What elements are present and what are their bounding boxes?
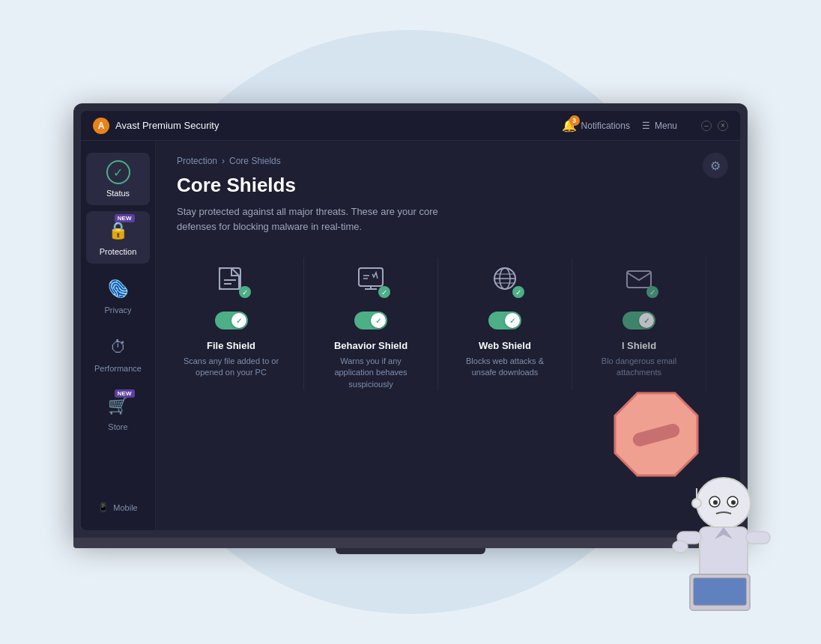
behavior-shield-toggle[interactable]: ✓ [354,312,387,329]
mobile-icon: 📱 [98,502,109,512]
svg-rect-3 [359,268,383,286]
behavior-shield-check: ✓ [378,286,390,298]
file-shield-toggle[interactable]: ✓ [215,312,248,329]
page-description: Stay protected against all major threats… [177,204,461,234]
shield-card-mail: ✓ ✓ l Shield Blo dangerous email attachm… [572,258,706,390]
web-shield-toggle[interactable]: ✓ [488,312,521,329]
title-bar-right: 🔔 3 Notifications ☰ Menu – [562,118,728,133]
svg-rect-23 [700,527,748,580]
minimize-button[interactable]: – [701,121,712,131]
menu-button[interactable]: ☰ Menu [642,121,677,131]
new-badge-protection: NEW [115,214,135,222]
breadcrumb: Protection › Core Shields [177,156,719,166]
svg-point-16 [697,478,751,529]
performance-icon: ⏱ [106,335,130,359]
svg-point-27 [673,541,688,553]
breadcrumb-parent: Protection [177,156,217,166]
sidebar-label-status: Status [106,189,130,198]
bell-icon: 🔔 3 [562,118,577,133]
sidebar-label-performance: Performance [94,364,142,373]
notification-badge: 3 [569,115,580,126]
app-title: Avast Premium Security [115,120,562,131]
svg-point-20 [731,500,736,505]
status-icon: ✓ [106,160,130,184]
mobile-button[interactable]: 📱 Mobile [92,496,143,518]
behavior-shield-desc: Warns you if any application behaves sus… [322,356,419,390]
shield-card-file: ✓ ✓ File Shield Scans any file added to … [177,258,304,390]
mobile-label: Mobile [113,503,137,512]
app-logo: A [93,118,109,134]
sidebar: ✓ Status NEW 🔒 Protection [81,141,156,530]
svg-rect-26 [746,532,770,544]
web-shield-desc: Blocks web attacks & unsafe downloads [456,356,554,379]
shields-grid: ✓ ✓ File Shield Scans any file added to … [177,258,719,390]
sidebar-item-status[interactable]: ✓ Status [86,153,150,205]
svg-rect-0 [219,268,240,289]
hamburger-icon: ☰ [642,121,650,131]
file-shield-desc: Scans any file added to or opened on you… [183,356,280,379]
file-shield-icon: ✓ [210,258,252,300]
settings-button[interactable]: ⚙ [703,153,728,178]
sidebar-item-performance[interactable]: ⏱ Performance [86,328,150,380]
protection-icon: NEW 🔒 [106,219,130,243]
laptop-wrapper: A Avast Premium Security 🔔 3 Notificatio… [73,103,748,548]
sidebar-bottom: 📱 Mobile [92,496,143,518]
notifications-button[interactable]: 🔔 3 Notifications [562,118,630,133]
mail-shield-icon: ✓ [618,258,660,300]
mail-shield-toggle-knob: ✓ [639,313,654,328]
sidebar-item-protection[interactable]: NEW 🔒 Protection [86,211,150,264]
file-shield-check: ✓ [239,286,251,298]
behavior-shield-name: Behavior Shield [334,340,408,351]
file-shield-name: File Shield [207,340,255,351]
behavior-shield-toggle-knob: ✓ [371,313,386,328]
web-shield-name: Web Shield [479,340,531,351]
laptop-base [73,538,748,548]
window-controls: – × [701,121,728,131]
page-title: Core Shields [177,174,719,197]
robot-character [649,436,784,623]
close-button[interactable]: × [718,121,728,131]
store-icon: NEW 🛒 [106,394,130,418]
mail-shield-toggle[interactable]: ✓ [622,312,655,329]
web-shield-toggle-knob: ✓ [505,313,520,328]
sidebar-label-store: Store [108,422,127,431]
check-circle-icon: ✓ [106,160,130,184]
new-badge-store: NEW [115,389,135,398]
shield-card-behavior: ✓ ✓ Behavior Shield Warns you if any app… [304,258,438,390]
menu-label: Menu [655,121,677,131]
svg-point-19 [713,500,718,505]
web-shield-check: ✓ [512,286,524,298]
sidebar-item-store[interactable]: NEW 🛒 Store [86,386,150,439]
svg-point-21 [692,499,701,508]
mail-shield-desc: Blo dangerous email attachments [590,356,688,379]
mail-shield-check: ✓ [646,286,658,298]
breadcrumb-current: Core Shields [229,156,281,166]
privacy-icon: 🫆 [106,277,130,301]
breadcrumb-separator: › [222,156,225,166]
sidebar-label-privacy: Privacy [104,306,131,315]
mail-shield-name: l Shield [622,340,656,351]
sidebar-label-protection: Protection [100,247,137,256]
behavior-shield-icon: ✓ [350,258,392,300]
file-shield-toggle-knob: ✓ [231,313,246,328]
web-shield-icon: ✓ [484,258,526,300]
sidebar-item-privacy[interactable]: 🫆 Privacy [86,270,150,322]
title-bar: A Avast Premium Security 🔔 3 Notificatio… [81,111,740,141]
notifications-label: Notifications [581,121,630,131]
shield-card-web: ✓ ✓ Web Shield Blocks web attacks & unsa… [438,258,572,390]
svg-rect-29 [694,578,746,605]
